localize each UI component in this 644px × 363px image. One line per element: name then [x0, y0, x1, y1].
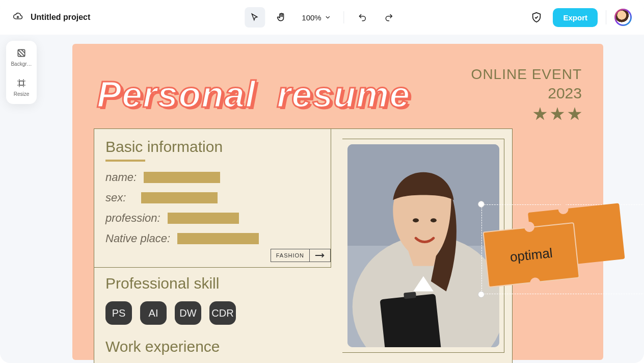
zoom-dropdown[interactable]: 100% [298, 13, 335, 22]
field-label: name: [105, 171, 137, 184]
selection-box[interactable]: optimal [478, 201, 644, 298]
star-icon [550, 107, 565, 121]
event-year: 2023 [471, 85, 582, 102]
skill-badge[interactable]: PS [105, 301, 132, 325]
portrait-photo [347, 144, 499, 347]
field-value-placeholder [168, 213, 239, 224]
field-label: profession: [105, 212, 160, 225]
star-icon [533, 107, 547, 121]
field-row[interactable]: profession: [105, 212, 319, 225]
hand-tool-button[interactable] [271, 7, 291, 28]
artboard[interactable]: ONLINE EVENT 2023 Personal resume Basic … [72, 44, 603, 360]
selection-handle-bottom-left[interactable] [478, 291, 485, 298]
main-title[interactable]: Personal resume [97, 73, 410, 115]
field-row[interactable]: Native place: [105, 232, 319, 245]
field-label: Native place: [105, 232, 170, 245]
svg-point-5 [413, 218, 419, 222]
basic-info-title: Basic information [105, 138, 319, 155]
redo-button[interactable] [379, 7, 399, 28]
user-avatar[interactable] [614, 9, 632, 26]
skill-badge[interactable]: AI [140, 301, 167, 325]
skill-badge[interactable]: CDR [209, 301, 236, 325]
basic-info-section[interactable]: Basic information name:sex:profession:Na… [94, 129, 331, 268]
fashion-label: FASHION [271, 249, 310, 262]
field-row[interactable]: name: [105, 171, 319, 184]
field-row[interactable]: sex: [105, 191, 319, 204]
toolbar-left: Untitled project [12, 11, 90, 23]
project-title[interactable]: Untitled project [31, 13, 90, 22]
toolbar-right: Export [528, 8, 632, 27]
canvas-area[interactable]: ONLINE EVENT 2023 Personal resume Basic … [0, 35, 644, 363]
svg-rect-8 [404, 292, 416, 299]
toolbar-divider [344, 11, 344, 23]
shield-button[interactable] [528, 9, 545, 25]
cloud-icon [12, 11, 23, 23]
arrow-right-icon [310, 249, 330, 262]
skill-badges: PSAIDWCDR [105, 301, 320, 325]
fashion-tag[interactable]: FASHION [271, 249, 331, 262]
app-frame: Untitled project 100% [0, 0, 644, 363]
zoom-value: 100% [302, 13, 321, 22]
star-icon [568, 107, 582, 121]
event-block[interactable]: ONLINE EVENT 2023 [471, 66, 582, 121]
stars-decoration [471, 107, 582, 121]
skill-badge[interactable]: DW [175, 301, 201, 325]
top-toolbar: Untitled project 100% [0, 0, 644, 35]
field-value-placeholder [141, 192, 218, 203]
svg-point-6 [430, 218, 436, 222]
export-button[interactable]: Export [553, 8, 598, 27]
undo-button[interactable] [353, 7, 373, 28]
field-value-placeholder [177, 233, 259, 244]
work-experience-title: Work experience [105, 338, 320, 355]
event-title: ONLINE EVENT [471, 66, 582, 83]
skill-title: Professional skill [105, 275, 320, 292]
ticket-text: optimal [509, 245, 553, 265]
title-underline [105, 160, 145, 162]
toolbar-divider [606, 10, 606, 24]
svg-rect-7 [380, 294, 442, 347]
field-value-placeholder [144, 172, 220, 183]
toolbar-center: 100% [245, 7, 399, 28]
ticket-front: optimal [482, 222, 580, 288]
select-tool-button[interactable] [245, 7, 265, 28]
skill-section[interactable]: Professional skill PSAIDWCDR Work experi… [94, 268, 331, 362]
chevron-down-icon [325, 14, 332, 21]
selection-handle-top-left[interactable] [478, 201, 485, 208]
field-label: sex: [105, 191, 134, 204]
